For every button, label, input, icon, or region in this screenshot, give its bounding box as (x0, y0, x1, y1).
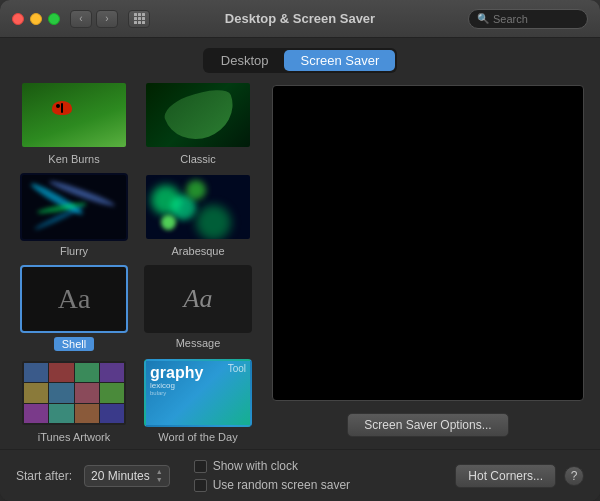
screensaver-grid: Ken Burns Classic (16, 81, 256, 449)
screensaver-item-ken-burns[interactable]: Ken Burns (16, 81, 132, 165)
show-with-clock-label: Show with clock (213, 459, 298, 473)
tabs-container: Desktop Screen Saver (203, 48, 397, 73)
minimize-button[interactable] (30, 13, 42, 25)
forward-button[interactable]: › (96, 10, 118, 28)
tab-desktop[interactable]: Desktop (205, 50, 285, 71)
screensaver-item-shell[interactable]: Aa Shell (16, 265, 132, 351)
main-content: Ken Burns Classic (0, 81, 600, 449)
search-icon: 🔍 (477, 13, 489, 24)
start-after-value: 20 Minutes (91, 469, 150, 483)
window-title: Desktop & Screen Saver (225, 11, 375, 26)
screensaver-thumb-ken-burns (20, 81, 128, 149)
screensaver-label-flurry: Flurry (60, 245, 88, 257)
screensaver-item-word-of-the-day[interactable]: graphy lexicog bulary Tool Word of the D… (140, 359, 256, 443)
screensaver-label-arabesque: Arabesque (171, 245, 224, 257)
screensaver-item-flurry[interactable]: Flurry (16, 173, 132, 257)
bottom-bar: Start after: 20 Minutes ▲ ▼ Show with cl… (0, 449, 600, 501)
screensaver-item-message[interactable]: Aa Message (140, 265, 256, 351)
screensaver-thumb-arabesque (144, 173, 252, 241)
grid-view-button[interactable] (128, 10, 150, 28)
start-after-label: Start after: (16, 469, 72, 483)
bottom-right: Hot Corners... ? (455, 464, 584, 488)
select-arrow-down: ▼ (156, 476, 163, 483)
use-random-label: Use random screen saver (213, 478, 350, 492)
nav-buttons: ‹ › (70, 10, 118, 28)
screensaver-thumb-classic (144, 81, 252, 149)
use-random-row[interactable]: Use random screen saver (194, 478, 350, 492)
search-box[interactable]: 🔍 (468, 9, 588, 29)
back-button[interactable]: ‹ (70, 10, 92, 28)
start-after-select[interactable]: 20 Minutes ▲ ▼ (84, 465, 170, 487)
screen-saver-options-button[interactable]: Screen Saver Options... (347, 413, 508, 437)
hot-corners-button[interactable]: Hot Corners... (455, 464, 556, 488)
titlebar: ‹ › Desktop & Screen Saver 🔍 (0, 0, 600, 38)
main-window: ‹ › Desktop & Screen Saver 🔍 Desktop Scr… (0, 0, 600, 501)
select-arrows: ▲ ▼ (156, 468, 163, 483)
screensaver-item-classic[interactable]: Classic (140, 81, 256, 165)
tab-screensaver[interactable]: Screen Saver (284, 50, 395, 71)
tabs-bar: Desktop Screen Saver (0, 38, 600, 81)
show-with-clock-row[interactable]: Show with clock (194, 459, 350, 473)
screensaver-label-message: Message (176, 337, 221, 349)
screensaver-thumb-word-of-the-day: graphy lexicog bulary Tool (144, 359, 252, 427)
close-button[interactable] (12, 13, 24, 25)
screensaver-label-ken-burns: Ken Burns (48, 153, 99, 165)
grid-icon (134, 13, 145, 24)
screensaver-label-shell: Shell (54, 337, 94, 351)
traffic-lights (12, 13, 60, 25)
checkboxes: Show with clock Use random screen saver (194, 459, 350, 492)
show-with-clock-checkbox[interactable] (194, 460, 207, 473)
screensaver-thumb-flurry (20, 173, 128, 241)
screensaver-item-arabesque[interactable]: Arabesque (140, 173, 256, 257)
screensaver-item-itunes-artwork[interactable]: iTunes Artwork (16, 359, 132, 443)
preview-panel: Screen Saver Options... (272, 81, 584, 449)
screensaver-list: Ken Burns Classic (16, 81, 256, 449)
search-input[interactable] (493, 13, 578, 25)
use-random-checkbox[interactable] (194, 479, 207, 492)
shell-aa-text: Aa (22, 267, 126, 331)
screensaver-label-word-of-the-day: Word of the Day (158, 431, 237, 443)
preview-screen (272, 85, 584, 401)
screensaver-label-classic: Classic (180, 153, 215, 165)
screensaver-thumb-message: Aa (144, 265, 252, 333)
help-button[interactable]: ? (564, 466, 584, 486)
screensaver-label-itunes-artwork: iTunes Artwork (38, 431, 110, 443)
maximize-button[interactable] (48, 13, 60, 25)
screensaver-thumb-shell: Aa (20, 265, 128, 333)
screensaver-thumb-itunes-artwork (20, 359, 128, 427)
select-arrow-up: ▲ (156, 468, 163, 475)
